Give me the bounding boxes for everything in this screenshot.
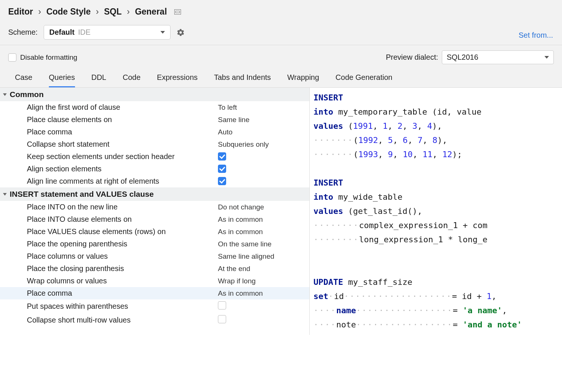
option-row[interactable]: Place columns or valuesSame line aligned xyxy=(0,250,309,262)
breadcrumb-item[interactable]: SQL xyxy=(104,7,122,17)
option-row[interactable]: Place INTO clause elements onAs in commo… xyxy=(0,213,309,225)
option-value: Wrap if long xyxy=(218,277,256,285)
option-row[interactable]: Collapse short statementSubqueries only xyxy=(0,138,309,150)
tabs: CaseQueriesDDLCodeExpressionsTabs and In… xyxy=(8,70,554,87)
option-label: Place columns or values xyxy=(27,252,218,261)
tab-ddl[interactable]: DDL xyxy=(91,70,106,87)
scheme-label: Scheme: xyxy=(8,28,38,37)
option-value: To left xyxy=(218,103,237,112)
option-label: Wrap columns or values xyxy=(27,277,218,285)
option-label: Align the first word of clause xyxy=(27,103,218,112)
section-header[interactable]: Common xyxy=(0,88,309,101)
option-row[interactable]: Align section elements xyxy=(0,163,309,175)
chevron-down-icon xyxy=(3,193,7,196)
option-label: Place the closing parenthesis xyxy=(27,264,218,273)
breadcrumb: Editor › Code Style › SQL › General xyxy=(8,7,554,17)
tab-code-generation[interactable]: Code Generation xyxy=(335,70,392,87)
checkbox-icon[interactable] xyxy=(218,301,226,309)
section-header[interactable]: INSERT statement and VALUES clause xyxy=(0,187,309,201)
option-value: As in common xyxy=(218,228,263,236)
disable-formatting-checkbox[interactable]: Disable formatting xyxy=(8,53,77,62)
breadcrumb-sep: › xyxy=(38,7,41,17)
option-label: Align section elements xyxy=(27,165,218,173)
breadcrumb-sep: › xyxy=(96,7,99,17)
option-label: Keep section elements under section head… xyxy=(27,152,218,161)
tab-expressions[interactable]: Expressions xyxy=(157,70,198,87)
expand-icon[interactable] xyxy=(174,9,181,15)
disable-formatting-label: Disable formatting xyxy=(20,53,77,62)
section-title: INSERT statement and VALUES clause xyxy=(10,190,154,199)
checkbox-icon[interactable] xyxy=(218,177,226,185)
option-label: Collapse short statement xyxy=(27,140,218,149)
scheme-select[interactable]: Default IDE xyxy=(44,25,171,40)
set-from-link[interactable]: Set from... xyxy=(519,31,553,40)
option-label: Place INTO clause elements on xyxy=(27,215,218,224)
option-row[interactable]: Place commaAuto xyxy=(0,126,309,138)
tab-queries[interactable]: Queries xyxy=(49,70,75,87)
option-row[interactable]: Place INTO on the new lineDo not change xyxy=(0,201,309,213)
options-pane: CommonAlign the first word of clauseTo l… xyxy=(0,88,310,335)
chevron-down-icon xyxy=(544,56,549,59)
section-title: Common xyxy=(10,90,44,99)
code-preview: INSERTinto my_temporary_table (id, value… xyxy=(310,88,562,335)
option-row[interactable]: Place clause elements onSame line xyxy=(0,113,309,126)
checkbox-icon[interactable] xyxy=(218,152,226,161)
option-row[interactable]: Collapse short multi-row values xyxy=(0,313,309,327)
option-row[interactable]: Place the opening parenthesisOn the same… xyxy=(0,238,309,250)
tab-wrapping[interactable]: Wrapping xyxy=(287,70,319,87)
option-value: Do not change xyxy=(218,203,264,211)
preview-dialect-select[interactable]: SQL2016 xyxy=(442,50,554,64)
option-value: Same line xyxy=(218,116,250,124)
breadcrumb-item[interactable]: Editor xyxy=(8,7,33,17)
breadcrumb-item[interactable]: General xyxy=(135,7,167,17)
option-row[interactable]: Place commaAs in common xyxy=(0,287,309,299)
option-label: Place comma xyxy=(27,128,218,136)
option-label: Place VALUES clause elements (rows) on xyxy=(27,227,218,236)
option-row[interactable]: Align line comments at right of elements xyxy=(0,175,309,187)
checkbox-icon xyxy=(8,53,16,62)
chevron-down-icon xyxy=(3,93,7,96)
option-label: Place comma xyxy=(27,289,218,298)
option-label: Place clause elements on xyxy=(27,115,218,124)
scheme-suffix: IDE xyxy=(78,28,90,36)
option-label: Place the opening parenthesis xyxy=(27,240,218,248)
option-value: At the end xyxy=(218,265,250,273)
scheme-name: Default xyxy=(49,28,75,36)
tab-case[interactable]: Case xyxy=(15,70,32,87)
option-value: Subqueries only xyxy=(218,140,269,149)
checkbox-icon[interactable] xyxy=(218,315,226,323)
option-row[interactable]: Put spaces within parentheses xyxy=(0,299,309,313)
option-value: As in common xyxy=(218,289,263,298)
option-row[interactable]: Wrap columns or valuesWrap if long xyxy=(0,275,309,287)
tab-tabs-and-indents[interactable]: Tabs and Indents xyxy=(214,70,271,87)
option-label: Put spaces within parentheses xyxy=(27,302,218,311)
chevron-down-icon xyxy=(160,31,165,34)
option-value: Auto xyxy=(218,128,232,136)
option-label: Place INTO on the new line xyxy=(27,203,218,211)
breadcrumb-sep: › xyxy=(127,7,130,17)
checkbox-icon[interactable] xyxy=(218,165,226,173)
option-label: Align line comments at right of elements xyxy=(27,177,218,186)
gear-icon[interactable] xyxy=(177,28,185,37)
preview-dialect-value: SQL2016 xyxy=(447,53,478,62)
option-value: As in common xyxy=(218,215,263,224)
tab-code[interactable]: Code xyxy=(123,70,141,87)
option-row[interactable]: Keep section elements under section head… xyxy=(0,150,309,163)
option-value: On the same line xyxy=(218,240,272,248)
breadcrumb-item[interactable]: Code Style xyxy=(46,7,91,17)
option-row[interactable]: Align the first word of clauseTo left xyxy=(0,101,309,113)
option-row[interactable]: Place the closing parenthesisAt the end xyxy=(0,262,309,275)
option-label: Collapse short multi-row values xyxy=(27,316,218,324)
option-row[interactable]: Place VALUES clause elements (rows) onAs… xyxy=(0,225,309,238)
option-value: Same line aligned xyxy=(218,252,274,261)
preview-dialect-label: Preview dialect: xyxy=(386,53,438,62)
